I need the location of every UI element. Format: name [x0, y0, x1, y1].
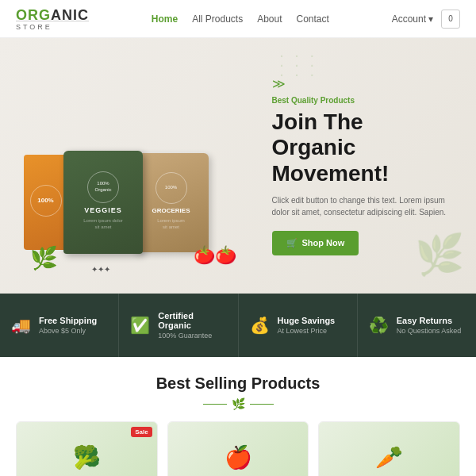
feature-certified-organic: ✅ Certified Organic 100% Guarantee: [119, 294, 238, 357]
feature-free-shipping: 🚚 Free Shipping Above $5 Only: [0, 294, 119, 357]
leaf-decoration: 🌿: [415, 232, 464, 278]
navbar: ORGANIC STORE Home All Products About Co…: [0, 0, 476, 38]
feature-title-savings: Huge Savings: [278, 316, 336, 325]
nav-about[interactable]: About: [257, 13, 282, 25]
hero-content: ≫ Best Quality Products Join The Organic…: [256, 76, 453, 255]
features-strip: 🚚 Free Shipping Above $5 Only ✅ Certifie…: [0, 294, 476, 357]
hero-badge: Best Quality Products: [272, 96, 453, 105]
nav-home[interactable]: Home: [152, 13, 178, 25]
hero-images: 100% 100%Organic VEGGIES Lorem ipsum dol…: [16, 54, 256, 278]
shop-now-button[interactable]: 🛒 Shop Now: [272, 231, 359, 255]
product-card-1[interactable]: Sale 🥦: [16, 421, 158, 476]
sale-badge-1: Sale: [131, 427, 152, 437]
hero-title: Join The Organic Movement!: [272, 109, 453, 186]
hero-description: Click edit button to change this text. L…: [272, 194, 447, 218]
products-row: Sale 🥦 🍎 🥕: [16, 421, 460, 476]
savings-icon: 💰: [250, 316, 270, 335]
feature-title-returns: Easy Returns: [397, 316, 462, 325]
account-button[interactable]: Account ▾: [392, 13, 433, 25]
feature-sub-shipping: Above $5 Only: [39, 327, 97, 335]
nav-contact[interactable]: Contact: [297, 13, 329, 25]
cart-button[interactable]: 0: [441, 10, 460, 29]
product-card-3[interactable]: 🥕: [318, 421, 460, 476]
bag-dark-label: VEGGIES: [84, 206, 122, 214]
feature-title-organic: Certified Organic: [158, 311, 226, 330]
brown-bag: 100% GROCERIES Lorem ipsumsit amet: [133, 153, 209, 252]
shipping-icon: 🚚: [11, 316, 31, 335]
chevron-down-icon: ▾: [428, 13, 433, 25]
logo-text: ORGANIC: [16, 7, 89, 24]
feature-sub-returns: No Questions Asked: [397, 327, 462, 335]
nav-links: Home All Products About Contact: [152, 13, 329, 25]
dark-bag: 100%Organic VEGGIES Lorem ipsum dolorsit…: [63, 151, 143, 254]
section-title: Best Selling Products: [16, 374, 460, 393]
product-card-2[interactable]: 🍎: [167, 421, 309, 476]
nav-all-products[interactable]: All Products: [192, 13, 243, 25]
orange-bag: 100%: [24, 155, 67, 250]
feature-title-shipping: Free Shipping: [39, 316, 97, 325]
dots-decoration: · · ·· · ·· · ·: [279, 50, 317, 79]
bag-brown-label: GROCERIES: [152, 207, 190, 214]
cart-icon: 🛒: [286, 238, 298, 248]
feature-sub-organic: 100% Guarantee: [158, 332, 226, 340]
feature-huge-savings: 💰 Huge Savings At Lowest Price: [239, 294, 358, 357]
feature-easy-returns: ♻️ Easy Returns No Questions Asked: [358, 294, 476, 357]
best-selling-section: Best Selling Products 🌿 Sale 🥦 🍎 🥕: [0, 357, 476, 476]
herbs-decoration: 🌿: [30, 245, 58, 271]
spice-decoration: ✦✦✦: [91, 265, 110, 274]
feature-sub-savings: At Lowest Price: [278, 327, 336, 335]
section-divider: 🌿: [16, 397, 460, 410]
returns-icon: ♻️: [369, 316, 389, 335]
logo: ORGANIC STORE: [16, 7, 89, 31]
tomatoes-decoration: 🍅🍅: [194, 245, 236, 266]
divider-leaf-icon: 🌿: [232, 397, 245, 410]
certified-icon: ✅: [130, 316, 150, 335]
nav-right: Account ▾ 0: [392, 10, 460, 29]
hero-section: · · ·· · ·· · · 100% 100%Organic VEGGIES…: [0, 38, 476, 294]
